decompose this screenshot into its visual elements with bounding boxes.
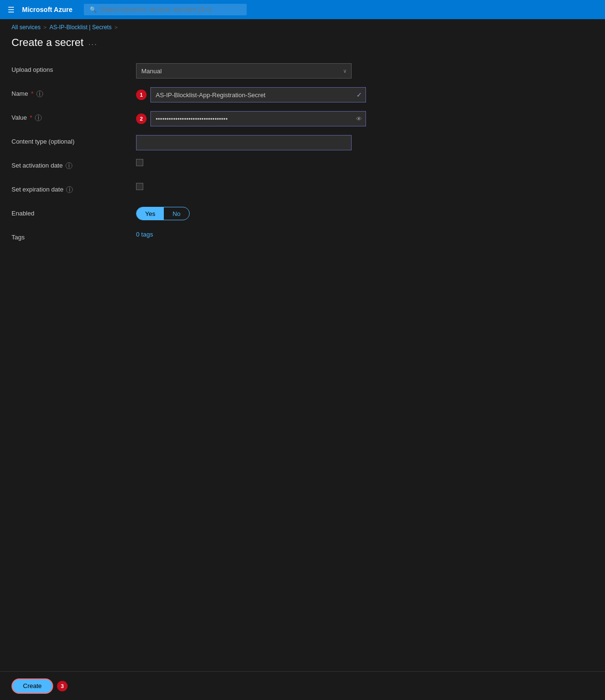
name-required-indicator: * [31,90,34,97]
breadcrumb: All services > AS-IP-Blocklist | Secrets… [0,19,605,33]
tags-row: Tags 0 tags [11,231,385,246]
value-input-wrapper: 👁 [150,111,366,126]
content-type-row: Content type (optional) [11,135,385,150]
main-content: Upload options Manual ∨ Name * i 1 [0,58,605,671]
value-row: Value * i 2 👁 [11,111,385,126]
enabled-no-button[interactable]: No [164,207,189,220]
activation-date-checkbox[interactable] [136,159,143,166]
create-button-wrapper: Create 3 [11,678,68,694]
upload-options-select[interactable]: Manual [136,63,352,79]
step-2-badge: 2 [136,113,147,124]
value-field: 2 👁 [136,111,385,126]
expiration-date-label: Set expiration date i [11,183,136,193]
value-info-icon[interactable]: i [35,114,42,121]
name-input-wrapper: ✓ [150,87,366,102]
activation-date-field [136,159,385,166]
page-header: Create a secret ... [0,33,605,58]
upload-options-select-wrapper: Manual ∨ [136,63,352,79]
app-title: Microsoft Azure [22,6,72,13]
page-title: Create a secret [11,36,83,49]
name-input[interactable] [150,87,366,102]
upload-options-label: Upload options [11,63,136,73]
enabled-field: Yes No [136,207,385,220]
breadcrumb-sep-2: > [114,24,117,30]
topbar: ☰ Microsoft Azure 🔍 [0,0,605,19]
create-button[interactable]: Create [11,678,53,694]
step-3-badge: 3 [57,681,68,691]
content-type-field [136,135,385,150]
expiration-date-field [136,183,385,190]
breadcrumb-all-services[interactable]: All services [11,24,41,31]
breadcrumb-secrets[interactable]: AS-IP-Blocklist | Secrets [49,24,112,31]
upload-options-row: Upload options Manual ∨ [11,63,385,79]
tags-field: 0 tags [136,231,385,238]
create-secret-form: Upload options Manual ∨ Name * i 1 [11,63,385,246]
enabled-row: Enabled Yes No [11,207,385,222]
activation-date-info-icon[interactable]: i [66,162,72,169]
eye-icon[interactable]: 👁 [356,115,362,123]
content-type-label: Content type (optional) [11,135,136,145]
name-info-icon[interactable]: i [36,90,43,97]
value-required-indicator: * [30,114,32,121]
bottom-bar: Create 3 [0,671,605,700]
search-bar[interactable]: 🔍 [84,4,247,15]
enabled-toggle[interactable]: Yes No [136,207,190,220]
expiration-date-info-icon[interactable]: i [66,186,73,193]
breadcrumb-sep-1: > [44,24,46,30]
name-field: 1 ✓ [136,87,385,102]
enabled-label: Enabled [11,207,136,217]
value-input[interactable] [150,111,366,126]
hamburger-menu-button[interactable]: ☰ [6,3,16,16]
expiration-date-checkbox[interactable] [136,183,143,190]
search-input[interactable] [101,6,241,13]
more-options-button[interactable]: ... [88,38,97,47]
check-icon: ✓ [356,91,362,99]
upload-options-field: Manual ∨ [136,63,385,79]
tags-label: Tags [11,231,136,241]
content-type-input[interactable] [136,135,352,150]
name-label: Name * i [11,87,136,97]
activation-date-label: Set activation date i [11,159,136,169]
step-1-badge: 1 [136,90,147,100]
tags-link[interactable]: 0 tags [136,231,153,238]
enabled-yes-button[interactable]: Yes [137,207,164,220]
expiration-date-row: Set expiration date i [11,183,385,198]
activation-date-row: Set activation date i [11,159,385,174]
name-row: Name * i 1 ✓ [11,87,385,102]
search-icon: 🔍 [90,6,97,13]
value-label: Value * i [11,111,136,121]
